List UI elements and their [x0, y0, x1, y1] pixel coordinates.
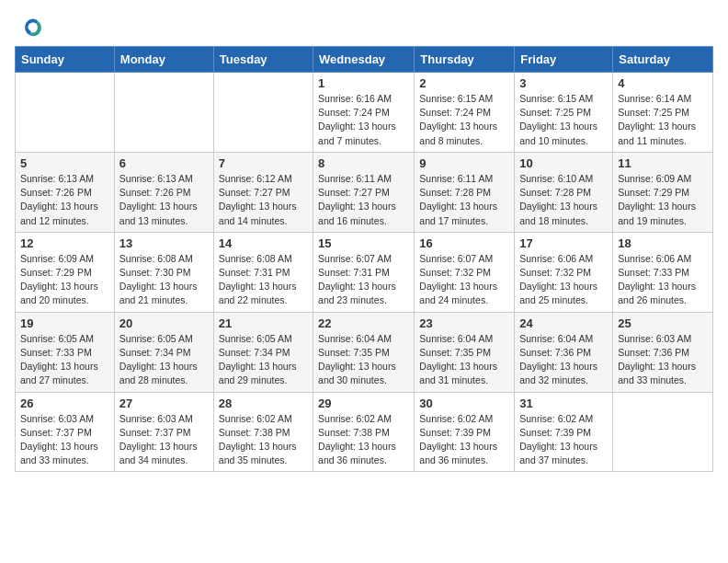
day-info: Sunrise: 6:08 AMSunset: 7:31 PMDaylight:…: [219, 252, 308, 308]
calendar-day-header: Wednesday: [313, 47, 415, 73]
day-number: 26: [20, 396, 109, 410]
day-info: Sunrise: 6:07 AMSunset: 7:32 PMDaylight:…: [419, 252, 509, 308]
day-info: Sunrise: 6:04 AMSunset: 7:35 PMDaylight:…: [318, 332, 409, 388]
day-number: 1: [318, 76, 409, 90]
day-info: Sunrise: 6:04 AMSunset: 7:35 PMDaylight:…: [419, 332, 509, 388]
calendar-cell: 3Sunrise: 6:15 AMSunset: 7:25 PMDaylight…: [515, 73, 613, 153]
day-number: 24: [519, 316, 608, 330]
calendar-cell: 26Sunrise: 6:03 AMSunset: 7:37 PMDayligh…: [16, 392, 115, 472]
day-info: Sunrise: 6:04 AMSunset: 7:36 PMDaylight:…: [519, 332, 608, 388]
day-number: 7: [219, 156, 308, 170]
day-info: Sunrise: 6:03 AMSunset: 7:36 PMDaylight:…: [618, 332, 708, 388]
calendar-day-header: Thursday: [415, 47, 515, 73]
day-info: Sunrise: 6:03 AMSunset: 7:37 PMDaylight:…: [20, 412, 109, 468]
calendar-cell: 22Sunrise: 6:04 AMSunset: 7:35 PMDayligh…: [313, 312, 415, 392]
day-info: Sunrise: 6:08 AMSunset: 7:30 PMDaylight:…: [119, 252, 209, 308]
calendar-cell: 5Sunrise: 6:13 AMSunset: 7:26 PMDaylight…: [16, 152, 115, 232]
day-number: 30: [419, 396, 509, 410]
calendar-cell: 8Sunrise: 6:11 AMSunset: 7:27 PMDaylight…: [313, 152, 415, 232]
day-info: Sunrise: 6:02 AMSunset: 7:38 PMDaylight:…: [219, 412, 308, 468]
day-number: 2: [419, 76, 509, 90]
day-number: 25: [618, 316, 708, 330]
calendar-cell: 21Sunrise: 6:05 AMSunset: 7:34 PMDayligh…: [213, 312, 313, 392]
day-number: 6: [119, 156, 209, 170]
calendar-cell: 7Sunrise: 6:12 AMSunset: 7:27 PMDaylight…: [213, 152, 313, 232]
calendar-header-row: SundayMondayTuesdayWednesdayThursdayFrid…: [16, 47, 713, 73]
day-info: Sunrise: 6:15 AMSunset: 7:24 PMDaylight:…: [419, 92, 509, 148]
day-number: 23: [419, 316, 509, 330]
day-info: Sunrise: 6:11 AMSunset: 7:27 PMDaylight:…: [318, 172, 409, 228]
day-info: Sunrise: 6:02 AMSunset: 7:39 PMDaylight:…: [519, 412, 608, 468]
calendar-day-header: Tuesday: [213, 47, 313, 73]
calendar-cell: 17Sunrise: 6:06 AMSunset: 7:32 PMDayligh…: [515, 232, 613, 312]
day-info: Sunrise: 6:05 AMSunset: 7:34 PMDaylight:…: [219, 332, 308, 388]
calendar-cell: 11Sunrise: 6:09 AMSunset: 7:29 PMDayligh…: [613, 152, 713, 232]
calendar-cell: 10Sunrise: 6:10 AMSunset: 7:28 PMDayligh…: [515, 152, 613, 232]
page-header: [0, 0, 728, 46]
calendar-week-row: 1Sunrise: 6:16 AMSunset: 7:24 PMDaylight…: [16, 73, 713, 153]
calendar-week-row: 5Sunrise: 6:13 AMSunset: 7:26 PMDaylight…: [16, 152, 713, 232]
day-info: Sunrise: 6:16 AMSunset: 7:24 PMDaylight:…: [318, 92, 409, 148]
day-number: 28: [219, 396, 308, 410]
day-number: 12: [20, 236, 109, 250]
day-info: Sunrise: 6:09 AMSunset: 7:29 PMDaylight:…: [618, 172, 708, 228]
logo: [22, 17, 48, 39]
day-info: Sunrise: 6:05 AMSunset: 7:34 PMDaylight:…: [119, 332, 209, 388]
day-number: 8: [318, 156, 409, 170]
day-info: Sunrise: 6:02 AMSunset: 7:38 PMDaylight:…: [318, 412, 409, 468]
calendar-week-row: 26Sunrise: 6:03 AMSunset: 7:37 PMDayligh…: [16, 392, 713, 472]
calendar-cell: 20Sunrise: 6:05 AMSunset: 7:34 PMDayligh…: [114, 312, 213, 392]
day-number: 22: [318, 316, 409, 330]
calendar-cell: 12Sunrise: 6:09 AMSunset: 7:29 PMDayligh…: [16, 232, 115, 312]
calendar-week-row: 12Sunrise: 6:09 AMSunset: 7:29 PMDayligh…: [16, 232, 713, 312]
day-info: Sunrise: 6:03 AMSunset: 7:37 PMDaylight:…: [119, 412, 209, 468]
day-info: Sunrise: 6:06 AMSunset: 7:32 PMDaylight:…: [519, 252, 608, 308]
day-number: 10: [519, 156, 608, 170]
day-number: 19: [20, 316, 109, 330]
logo-icon: [22, 17, 44, 39]
day-info: Sunrise: 6:11 AMSunset: 7:28 PMDaylight:…: [419, 172, 509, 228]
day-info: Sunrise: 6:13 AMSunset: 7:26 PMDaylight:…: [119, 172, 209, 228]
day-info: Sunrise: 6:02 AMSunset: 7:39 PMDaylight:…: [419, 412, 509, 468]
day-number: 16: [419, 236, 509, 250]
calendar-wrapper: SundayMondayTuesdayWednesdayThursdayFrid…: [0, 46, 728, 472]
calendar-cell: 6Sunrise: 6:13 AMSunset: 7:26 PMDaylight…: [114, 152, 213, 232]
calendar-cell: 27Sunrise: 6:03 AMSunset: 7:37 PMDayligh…: [114, 392, 213, 472]
calendar-cell: 18Sunrise: 6:06 AMSunset: 7:33 PMDayligh…: [613, 232, 713, 312]
calendar-cell: 2Sunrise: 6:15 AMSunset: 7:24 PMDaylight…: [415, 73, 515, 153]
day-number: 20: [119, 316, 209, 330]
day-number: 3: [519, 76, 608, 90]
day-info: Sunrise: 6:13 AMSunset: 7:26 PMDaylight:…: [20, 172, 109, 228]
calendar-cell: 1Sunrise: 6:16 AMSunset: 7:24 PMDaylight…: [313, 73, 415, 153]
day-number: 9: [419, 156, 509, 170]
calendar-cell: 25Sunrise: 6:03 AMSunset: 7:36 PMDayligh…: [613, 312, 713, 392]
calendar-cell: 28Sunrise: 6:02 AMSunset: 7:38 PMDayligh…: [213, 392, 313, 472]
day-info: Sunrise: 6:09 AMSunset: 7:29 PMDaylight:…: [20, 252, 109, 308]
calendar-cell: 13Sunrise: 6:08 AMSunset: 7:30 PMDayligh…: [114, 232, 213, 312]
day-info: Sunrise: 6:12 AMSunset: 7:27 PMDaylight:…: [219, 172, 308, 228]
day-number: 5: [20, 156, 109, 170]
calendar-day-header: Friday: [515, 47, 613, 73]
day-info: Sunrise: 6:05 AMSunset: 7:33 PMDaylight:…: [20, 332, 109, 388]
day-number: 18: [618, 236, 708, 250]
day-info: Sunrise: 6:07 AMSunset: 7:31 PMDaylight:…: [318, 252, 409, 308]
day-number: 29: [318, 396, 409, 410]
calendar-cell: 4Sunrise: 6:14 AMSunset: 7:25 PMDaylight…: [613, 73, 713, 153]
calendar-week-row: 19Sunrise: 6:05 AMSunset: 7:33 PMDayligh…: [16, 312, 713, 392]
day-info: Sunrise: 6:14 AMSunset: 7:25 PMDaylight:…: [618, 92, 708, 148]
calendar-day-header: Saturday: [613, 47, 713, 73]
calendar-day-header: Sunday: [16, 47, 115, 73]
calendar-cell: 23Sunrise: 6:04 AMSunset: 7:35 PMDayligh…: [415, 312, 515, 392]
calendar-cell: 15Sunrise: 6:07 AMSunset: 7:31 PMDayligh…: [313, 232, 415, 312]
calendar-cell: 14Sunrise: 6:08 AMSunset: 7:31 PMDayligh…: [213, 232, 313, 312]
day-number: 15: [318, 236, 409, 250]
calendar-cell: 30Sunrise: 6:02 AMSunset: 7:39 PMDayligh…: [415, 392, 515, 472]
calendar-cell: 24Sunrise: 6:04 AMSunset: 7:36 PMDayligh…: [515, 312, 613, 392]
calendar-table: SundayMondayTuesdayWednesdayThursdayFrid…: [15, 46, 713, 472]
day-info: Sunrise: 6:06 AMSunset: 7:33 PMDaylight:…: [618, 252, 708, 308]
day-number: 31: [519, 396, 608, 410]
day-number: 4: [618, 76, 708, 90]
day-number: 21: [219, 316, 308, 330]
calendar-cell: [114, 73, 213, 153]
day-info: Sunrise: 6:10 AMSunset: 7:28 PMDaylight:…: [519, 172, 608, 228]
